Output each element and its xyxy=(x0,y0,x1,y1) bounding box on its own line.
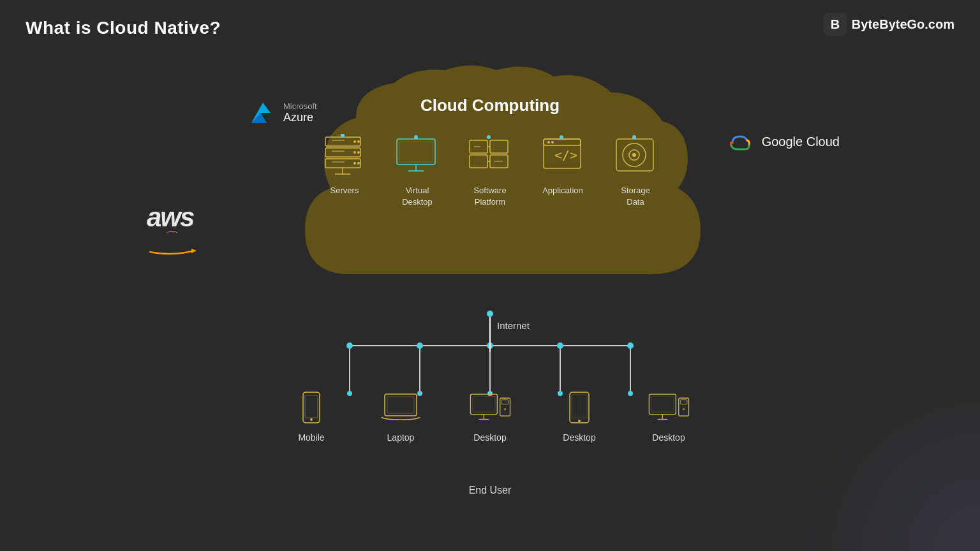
svg-rect-72 xyxy=(501,400,509,404)
svg-rect-74 xyxy=(570,392,589,423)
svg-point-44 xyxy=(632,153,636,157)
aws-logo: aws ⌒ xyxy=(147,204,198,259)
svg-point-56 xyxy=(627,342,634,349)
virtual-desktop-label: VirtualDesktop xyxy=(402,185,433,208)
device-desktop-3: Desktop xyxy=(640,389,697,443)
azure-icon xyxy=(249,99,277,127)
svg-rect-22 xyxy=(399,142,433,162)
desktop-icon-3 xyxy=(646,389,691,427)
svg-rect-75 xyxy=(572,395,587,418)
end-user-devices: Mobile Laptop Desktop Desktop xyxy=(283,389,697,443)
svg-point-34 xyxy=(487,135,491,139)
svg-rect-82 xyxy=(680,400,687,404)
cloud-services: Servers VirtualDesktop xyxy=(316,134,664,208)
svg-point-40 xyxy=(560,135,563,139)
service-servers: Servers xyxy=(316,134,373,196)
device-desktop-2: Desktop xyxy=(551,389,608,443)
svg-point-9 xyxy=(353,140,356,143)
svg-point-55 xyxy=(557,342,563,349)
google-cloud-icon xyxy=(726,128,754,156)
device-desktop-1: Desktop xyxy=(461,389,519,443)
svg-point-38 xyxy=(551,141,554,143)
svg-rect-27 xyxy=(470,155,487,168)
internet-connection: Internet xyxy=(487,311,493,352)
svg-point-13 xyxy=(353,162,356,165)
svg-rect-68 xyxy=(473,397,495,413)
svg-rect-21 xyxy=(397,139,435,165)
device-mobile: Mobile xyxy=(283,389,340,443)
svg-rect-28 xyxy=(490,140,508,153)
svg-rect-63 xyxy=(305,395,318,418)
desktop-label-1: Desktop xyxy=(473,432,506,443)
desktop-label-3: Desktop xyxy=(652,432,685,443)
service-virtual-desktop: VirtualDesktop xyxy=(389,134,446,208)
software-platform-label: SoftwarePlatform xyxy=(473,185,506,208)
svg-point-83 xyxy=(683,408,685,411)
desktop-icon-2 xyxy=(557,389,602,427)
svg-rect-65 xyxy=(385,394,417,416)
svg-rect-67 xyxy=(470,394,497,415)
aws-text: aws xyxy=(147,204,198,231)
virtual-desktop-icon xyxy=(392,134,443,179)
svg-text:</>: </> xyxy=(554,147,577,163)
svg-point-11 xyxy=(353,151,356,154)
servers-label: Servers xyxy=(330,185,359,196)
svg-point-53 xyxy=(417,342,423,349)
brand-icon: B xyxy=(824,13,847,36)
application-icon: </> xyxy=(537,134,588,179)
application-label: Application xyxy=(542,185,583,196)
servers-icon xyxy=(319,134,370,179)
svg-rect-62 xyxy=(303,392,320,423)
desktop-icon-1 xyxy=(468,389,512,427)
svg-point-10 xyxy=(357,140,360,143)
internet-vertical-line xyxy=(489,317,491,352)
svg-point-25 xyxy=(414,135,418,139)
google-cloud-text: Google Cloud xyxy=(762,135,840,149)
google-cloud-logo: Google Cloud xyxy=(726,128,840,156)
svg-rect-78 xyxy=(651,397,674,413)
page-title: What is Cloud Native? xyxy=(26,18,221,38)
mobile-label: Mobile xyxy=(298,432,324,443)
azure-ms-label: Microsoft xyxy=(283,101,317,111)
svg-point-76 xyxy=(578,420,581,422)
aws-swoosh-icon xyxy=(147,247,198,256)
cloud-title: Cloud Computing xyxy=(420,96,560,115)
svg-point-45 xyxy=(632,135,636,139)
storage-data-label: StorageData xyxy=(621,185,650,208)
device-laptop: Laptop xyxy=(372,389,429,443)
gradient-overlay xyxy=(789,360,980,551)
service-storage-data: StorageData xyxy=(607,134,664,208)
software-platform-icon xyxy=(464,134,516,179)
svg-marker-2 xyxy=(191,249,197,253)
svg-text:B: B xyxy=(831,17,840,31)
svg-point-12 xyxy=(357,151,360,154)
brand-text: ByteByteGo.com xyxy=(852,17,954,32)
internet-dot xyxy=(487,311,493,317)
brand: B ByteByteGo.com xyxy=(824,13,954,36)
end-user-label: End User xyxy=(469,485,512,496)
svg-marker-4 xyxy=(251,113,267,123)
svg-rect-66 xyxy=(387,397,414,413)
laptop-icon xyxy=(378,389,423,427)
azure-logo: Microsoft Azure xyxy=(249,99,317,127)
svg-rect-77 xyxy=(649,394,676,415)
azure-text: Microsoft Azure xyxy=(283,101,317,124)
svg-point-64 xyxy=(310,418,313,421)
svg-point-73 xyxy=(504,408,507,411)
storage-data-icon xyxy=(610,134,661,179)
mobile-icon xyxy=(289,389,334,427)
svg-point-52 xyxy=(346,342,353,349)
desktop-label-2: Desktop xyxy=(563,432,595,443)
internet-label: Internet xyxy=(497,320,530,331)
service-software-platform: SoftwarePlatform xyxy=(461,134,519,208)
azure-name-label: Azure xyxy=(283,111,317,124)
svg-point-37 xyxy=(547,141,550,143)
service-application: </> Application xyxy=(534,134,591,196)
cloud-container: Cloud Computing Se xyxy=(273,57,707,312)
svg-point-14 xyxy=(357,162,360,165)
laptop-label: Laptop xyxy=(387,432,415,443)
